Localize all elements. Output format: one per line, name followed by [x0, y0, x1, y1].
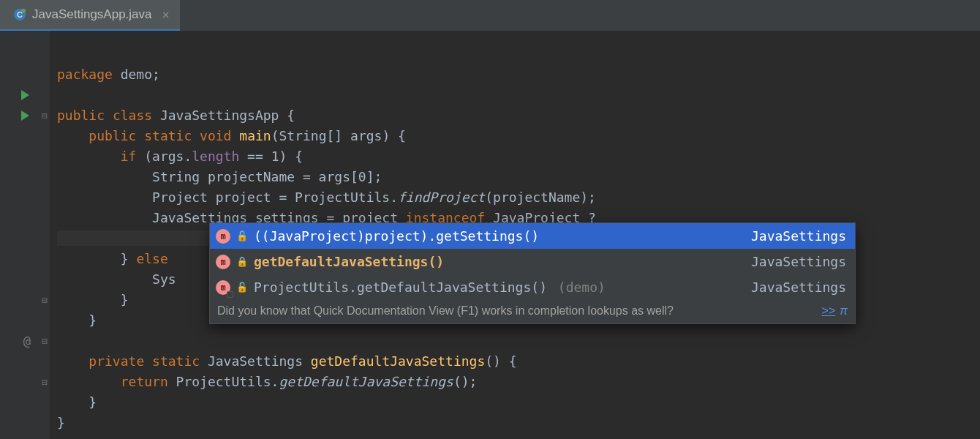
fold-icon[interactable]: ⊟ — [42, 295, 48, 306]
keyword: package — [57, 67, 113, 82]
fold-icon[interactable]: ⊟ — [42, 377, 48, 388]
java-class-icon: C — [13, 8, 26, 21]
keyword: class — [113, 108, 152, 123]
completion-popup: m 🔓 ((JavaProject)project).getSettings()… — [209, 222, 856, 324]
tab-filename: JavaSettingsApp.java — [32, 7, 152, 22]
hint-link[interactable]: >> — [822, 304, 836, 318]
method-name: getDefaultJavaSettings — [311, 353, 485, 369]
keyword: public — [57, 108, 105, 123]
svg-point-2 — [21, 9, 26, 13]
pi-icon[interactable]: π — [840, 304, 848, 318]
completion-hint: Did you know that Quick Documentation Vi… — [210, 300, 855, 323]
override-icon[interactable]: @ — [23, 334, 31, 348]
fold-icon[interactable]: ⊟ — [42, 336, 48, 347]
completion-item[interactable]: m 🔓 ((JavaProject)project).getSettings()… — [210, 223, 855, 249]
private-icon: 🔒 — [236, 256, 248, 267]
public-icon: 🔓 — [236, 230, 248, 241]
close-icon[interactable]: × — [162, 7, 170, 22]
completion-item[interactable]: m 🔓 ProjectUtils.getDefaultJavaSettings(… — [210, 274, 855, 300]
run-gutter-icon[interactable] — [21, 90, 29, 100]
tab-bar: C JavaSettingsApp.java × — [0, 0, 980, 31]
method-icon: m — [216, 255, 230, 269]
completion-item[interactable]: m 🔒 getDefaultJavaSettings() JavaSetting… — [210, 249, 855, 274]
method-icon: m — [216, 280, 230, 295]
editor[interactable]: ⊟ ⊟ @⊟ ⊟ package demo; public class Java… — [0, 31, 980, 439]
method-icon: m — [216, 229, 230, 244]
method-name: main — [239, 128, 271, 143]
file-tab[interactable]: C JavaSettingsApp.java × — [0, 0, 180, 31]
public-icon: 🔓 — [236, 282, 248, 293]
fold-icon[interactable]: ⊟ — [42, 110, 48, 121]
gutter: ⊟ ⊟ @⊟ ⊟ — [0, 31, 50, 439]
run-gutter-icon[interactable] — [21, 110, 29, 121]
